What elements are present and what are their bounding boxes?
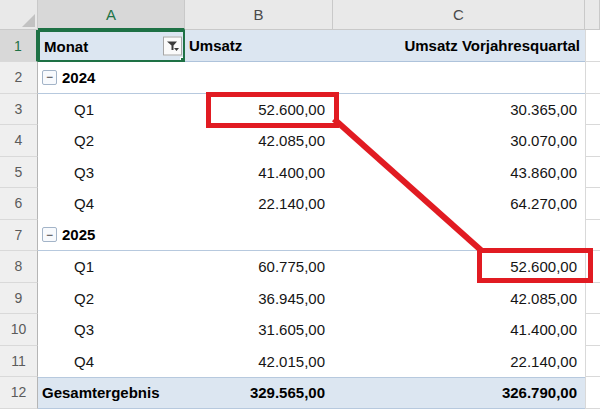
cell-c1-vorjahresquartal-header[interactable]: Umsatz Vorjahresquartal <box>333 30 585 62</box>
pivot-row: 10 Q3 31.605,00 41.400,00 <box>0 314 600 346</box>
cell-empty[interactable] <box>185 62 333 94</box>
pivot-row: 9 Q2 36.945,00 42.085,00 <box>0 283 600 315</box>
cell-vorjahr-value[interactable]: 22.140,00 <box>333 346 585 378</box>
collapse-button-2024[interactable]: − <box>42 70 57 85</box>
row-header-3[interactable]: 3 <box>0 94 38 126</box>
cell-d-sliver[interactable] <box>585 30 600 62</box>
cell-vorjahr-value[interactable]: 30.070,00 <box>333 125 585 157</box>
pivot-row: 4 Q2 42.085,00 30.070,00 <box>0 125 600 157</box>
spreadsheet-grid: A B C 1 Monat Umsatz Umsatz Vorjahresqua… <box>0 0 600 409</box>
cell-vorjahr-value[interactable]: 64.270,00 <box>333 188 585 220</box>
grand-total-row: 12 Gesamtergebnis 329.565,00 326.790,00 <box>0 377 600 409</box>
cell-umsatz-value[interactable]: 31.605,00 <box>185 314 333 346</box>
row-header-6[interactable]: 6 <box>0 188 38 220</box>
year-label: 2024 <box>62 69 95 86</box>
row-header-11[interactable]: 11 <box>0 346 38 378</box>
minus-icon: − <box>46 229 53 241</box>
cell-d-sliver[interactable] <box>585 377 600 409</box>
cell-vorjahr-value[interactable]: 52.600,00 <box>333 251 585 283</box>
cell-vorjahr-value[interactable]: 43.860,00 <box>333 157 585 189</box>
cell-a1-monat-selected[interactable]: Monat <box>38 30 185 62</box>
group-row-2024: 2 − 2024 <box>0 62 600 94</box>
cell-d-sliver[interactable] <box>585 314 600 346</box>
cell-umsatz-value[interactable]: 52.600,00 <box>185 94 333 126</box>
cell-umsatz-value[interactable]: 60.775,00 <box>185 251 333 283</box>
minus-icon: − <box>46 71 53 83</box>
row-header-4[interactable]: 4 <box>0 125 38 157</box>
cell-quarter-label[interactable]: Q3 <box>38 157 185 189</box>
monat-header-label: Monat <box>44 38 88 55</box>
cell-empty[interactable] <box>185 220 333 252</box>
cell-quarter-label[interactable]: Q1 <box>38 94 185 126</box>
group-row-2025: 7 − 2025 <box>0 220 600 252</box>
pivot-header-row: 1 Monat Umsatz Umsatz Vorjahresquartal <box>0 30 600 62</box>
filter-icon <box>166 40 179 53</box>
cell-quarter-label[interactable]: Q2 <box>38 125 185 157</box>
select-all-triangle-icon <box>22 14 35 27</box>
cell-quarter-label[interactable]: Q4 <box>38 188 185 220</box>
collapse-button-2025[interactable]: − <box>42 227 57 242</box>
cell-quarter-label[interactable]: Q1 <box>38 251 185 283</box>
column-header-d-sliver[interactable] <box>585 0 600 30</box>
cell-d-sliver[interactable] <box>585 251 600 283</box>
pivot-row: 5 Q3 41.400,00 43.860,00 <box>0 157 600 189</box>
cell-empty[interactable] <box>333 62 585 94</box>
cell-b1-umsatz-header[interactable]: Umsatz <box>185 30 333 62</box>
cell-vorjahr-value[interactable]: 42.085,00 <box>333 283 585 315</box>
cell-empty[interactable] <box>333 220 585 252</box>
cell-d-sliver[interactable] <box>585 220 600 252</box>
cell-d-sliver[interactable] <box>585 283 600 315</box>
cell-d-sliver[interactable] <box>585 346 600 378</box>
cell-vorjahr-value[interactable]: 30.365,00 <box>333 94 585 126</box>
column-header-c[interactable]: C <box>333 0 585 30</box>
pivot-row: 3 Q1 52.600,00 30.365,00 <box>0 94 600 126</box>
row-header-10[interactable]: 10 <box>0 314 38 346</box>
year-label: 2025 <box>62 226 95 243</box>
cell-d-sliver[interactable] <box>585 188 600 220</box>
cell-year-2025[interactable]: − 2025 <box>38 220 185 252</box>
cell-quarter-label[interactable]: Q2 <box>38 283 185 315</box>
cell-quarter-label[interactable]: Q3 <box>38 314 185 346</box>
cell-vorjahr-value[interactable]: 41.400,00 <box>333 314 585 346</box>
cell-total-vorjahr[interactable]: 326.790,00 <box>333 377 585 409</box>
cell-umsatz-value[interactable]: 42.085,00 <box>185 125 333 157</box>
pivot-row: 8 Q1 60.775,00 52.600,00 <box>0 251 600 283</box>
cell-year-2024[interactable]: − 2024 <box>38 62 185 94</box>
column-header-b[interactable]: B <box>185 0 333 30</box>
row-header-1[interactable]: 1 <box>0 30 38 62</box>
row-header-5[interactable]: 5 <box>0 157 38 189</box>
cell-umsatz-value[interactable]: 22.140,00 <box>185 188 333 220</box>
cell-d-sliver[interactable] <box>585 94 600 126</box>
row-header-12[interactable]: 12 <box>0 377 38 409</box>
row-header-2[interactable]: 2 <box>0 62 38 94</box>
cell-umsatz-value[interactable]: 36.945,00 <box>185 283 333 315</box>
pivot-row: 6 Q4 22.140,00 64.270,00 <box>0 188 600 220</box>
cell-quarter-label[interactable]: Q4 <box>38 346 185 378</box>
select-all-corner[interactable] <box>0 0 38 30</box>
filter-button[interactable] <box>163 37 182 56</box>
cell-d-sliver[interactable] <box>585 157 600 189</box>
column-header-row: A B C <box>0 0 600 30</box>
selection-fill-handle[interactable] <box>180 57 185 62</box>
cell-umsatz-value[interactable]: 42.015,00 <box>185 346 333 378</box>
column-header-a[interactable]: A <box>38 0 185 30</box>
row-header-9[interactable]: 9 <box>0 283 38 315</box>
pivot-row: 11 Q4 42.015,00 22.140,00 <box>0 346 600 378</box>
cell-total-umsatz[interactable]: 329.565,00 <box>185 377 333 409</box>
row-header-7[interactable]: 7 <box>0 220 38 252</box>
cell-umsatz-value[interactable]: 41.400,00 <box>185 157 333 189</box>
cell-total-label[interactable]: Gesamtergebnis <box>38 377 185 409</box>
cell-d-sliver[interactable] <box>585 62 600 94</box>
cell-d-sliver[interactable] <box>585 125 600 157</box>
row-header-8[interactable]: 8 <box>0 251 38 283</box>
